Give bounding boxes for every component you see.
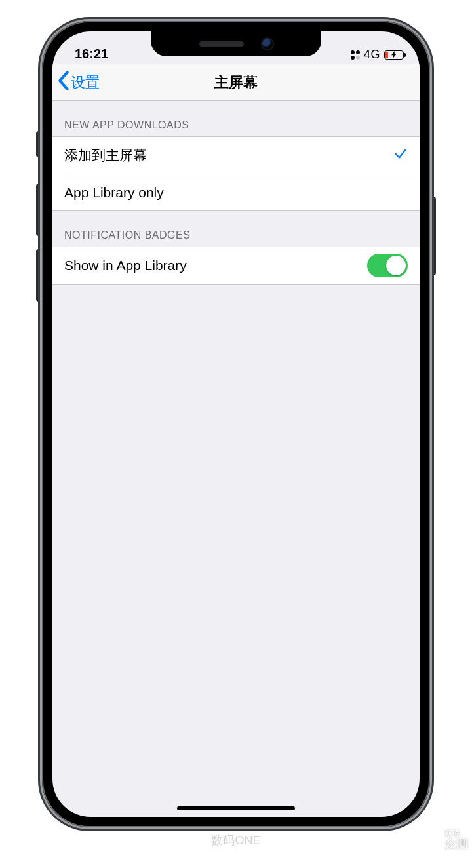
screen: 16:21 4G 设置 主屏幕: [52, 31, 420, 817]
silence-switch: [36, 131, 41, 157]
power-button: [431, 197, 436, 275]
row-label: Show in App Library: [64, 258, 187, 273]
back-button[interactable]: 设置: [52, 71, 100, 94]
option-app-library-only[interactable]: App Library only: [64, 174, 420, 210]
home-indicator[interactable]: [177, 806, 295, 810]
battery-icon: [384, 50, 404, 60]
option-label: App Library only: [64, 185, 164, 201]
volume-down-button: [36, 249, 41, 302]
watermark-corner: 新浪 众测: [444, 829, 468, 851]
watermark-big: 众测: [444, 837, 468, 850]
phone-frame: 16:21 4G 设置 主屏幕: [42, 21, 430, 827]
chevron-left-icon: [58, 71, 69, 94]
navigation-bar: 设置 主屏幕: [52, 64, 420, 101]
charging-icon: [385, 51, 403, 59]
back-label: 设置: [71, 73, 100, 92]
page-title: 主屏幕: [52, 73, 420, 92]
front-camera: [262, 39, 273, 49]
signal-icon: [351, 50, 360, 60]
checkmark-icon: [393, 147, 408, 165]
speaker-grille: [199, 41, 244, 47]
group-downloads: 添加到主屏幕 App Library only: [52, 136, 420, 211]
network-label: 4G: [364, 48, 380, 62]
section-header-badges: NOTIFICATION BADGES: [52, 211, 420, 247]
section-header-downloads: NEW APP DOWNLOADS: [52, 101, 420, 136]
volume-up-button: [36, 184, 41, 236]
option-add-to-home[interactable]: 添加到主屏幕: [52, 137, 420, 174]
notch: [151, 31, 321, 56]
watermark-center: 数码ONE: [211, 833, 260, 848]
status-time: 16:21: [75, 47, 108, 62]
settings-content[interactable]: NEW APP DOWNLOADS 添加到主屏幕 App Library onl…: [52, 101, 420, 817]
show-in-app-library-toggle[interactable]: [367, 254, 408, 277]
option-label: 添加到主屏幕: [64, 146, 147, 165]
group-badges: Show in App Library: [52, 247, 420, 285]
row-show-in-app-library: Show in App Library: [52, 247, 420, 284]
